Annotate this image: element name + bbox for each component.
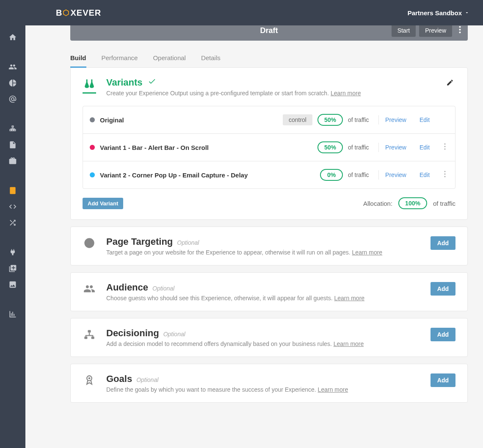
traffic-percent[interactable]: 50%: [317, 141, 343, 153]
tab-build[interactable]: Build: [70, 51, 86, 68]
add-button[interactable]: Add: [431, 282, 455, 296]
tablet-icon[interactable]: [0, 183, 25, 198]
svg-point-8: [444, 171, 446, 172]
svg-point-7: [444, 149, 446, 150]
logo-text-post: XEVER: [70, 8, 101, 18]
add-variant-button[interactable]: Add Variant: [83, 198, 123, 209]
decisioning-subtitle: Add a decision model to recommend offers…: [106, 340, 420, 347]
variant-row: Originalcontrol50%of trafficPreviewEdit: [83, 106, 455, 134]
audience-title: Audience: [106, 282, 148, 293]
color-dot: [90, 145, 95, 150]
variant-row: Variant 1 - Bar - Alert Bar - On Scroll5…: [83, 134, 455, 161]
chevron-down-icon: [464, 9, 469, 17]
users-icon[interactable]: [0, 59, 25, 75]
svg-point-2: [459, 26, 461, 28]
gift-icon[interactable]: [0, 153, 25, 169]
variants-title: Variants: [106, 77, 434, 88]
status-label: Draft: [260, 26, 278, 35]
optional-label: Optional: [152, 285, 174, 292]
goals-title: Goals: [106, 373, 132, 384]
preview-link[interactable]: Preview: [384, 116, 408, 123]
add-button[interactable]: Add: [431, 236, 455, 250]
code-icon[interactable]: [0, 199, 25, 214]
variant-row: Variant 2 - Corner Pop Up - Email Captur…: [83, 161, 455, 188]
svg-point-6: [444, 146, 446, 147]
traffic-label: of traffic: [348, 116, 373, 123]
svg-rect-14: [84, 337, 87, 339]
goals-card: Goals Optional Define the goals by which…: [70, 364, 468, 403]
hexagon-icon: ⬡: [63, 8, 70, 17]
audience-icon: [83, 282, 96, 295]
goals-subtitle: Define the goals by which you want to me…: [106, 386, 420, 393]
allocation-label: Allocation:: [363, 200, 392, 207]
optional-label: Optional: [177, 239, 199, 246]
pencil-icon[interactable]: [444, 77, 455, 90]
file-code-icon[interactable]: [0, 137, 25, 152]
topbar: B ⬡ XEVER Partners Sandbox: [0, 0, 483, 25]
sitemap-icon[interactable]: [0, 121, 25, 136]
svg-point-5: [444, 144, 446, 145]
add-button[interactable]: Add: [431, 373, 455, 387]
page_targeting-card: Page Targeting Optional Target a page on…: [70, 227, 468, 265]
traffic-percent[interactable]: 50%: [317, 114, 343, 126]
edit-link[interactable]: Edit: [413, 116, 436, 123]
edit-link[interactable]: Edit: [413, 171, 436, 178]
variant-name: Original: [100, 116, 261, 124]
preview-link[interactable]: Preview: [384, 144, 408, 151]
preview-link[interactable]: Preview: [384, 171, 408, 178]
variant-name: Variant 2 - Corner Pop Up - Email Captur…: [100, 171, 315, 179]
decisioning-card: Decisioning Optional Add a decision mode…: [70, 318, 468, 357]
logo: B ⬡ XEVER: [56, 8, 101, 18]
home-icon[interactable]: [0, 30, 25, 45]
traffic-percent[interactable]: 0%: [320, 169, 343, 181]
image-icon[interactable]: [0, 277, 25, 292]
preview-button[interactable]: Preview: [419, 24, 452, 37]
tab-details[interactable]: Details: [201, 51, 221, 68]
variants-card: Variants Create your Experience Output u…: [70, 67, 468, 220]
learn-more-link[interactable]: Learn more: [318, 386, 348, 393]
learn-more-link[interactable]: Learn more: [352, 249, 383, 256]
svg-point-17: [88, 377, 91, 379]
learn-more-link[interactable]: Learn more: [334, 340, 364, 347]
shuffle-icon[interactable]: [0, 215, 25, 230]
analytics-icon[interactable]: [0, 307, 25, 322]
tenant-name: Partners Sandbox: [408, 9, 462, 17]
page_targeting-title: Page Targeting: [106, 236, 173, 247]
decisioning-title: Decisioning: [106, 328, 159, 339]
traffic-label: of traffic: [348, 144, 373, 151]
sidebar: [0, 25, 25, 430]
tabs: BuildPerformanceOperationalDetails: [70, 51, 468, 68]
check-icon: [148, 77, 156, 88]
variant-list: Originalcontrol50%of trafficPreviewEditV…: [83, 106, 455, 189]
traffic-label: of traffic: [348, 171, 373, 178]
edit-link[interactable]: Edit: [413, 144, 436, 151]
pie-chart-icon[interactable]: [0, 75, 25, 91]
svg-point-4: [459, 31, 461, 33]
audience-card: Audience Optional Choose guests who shou…: [70, 272, 468, 311]
svg-point-10: [444, 176, 446, 177]
at-icon[interactable]: [0, 91, 25, 107]
more-menu-icon[interactable]: [455, 24, 464, 37]
add-button[interactable]: Add: [431, 328, 455, 341]
tab-performance[interactable]: Performance: [102, 51, 138, 68]
svg-rect-13: [88, 330, 91, 333]
color-dot: [90, 117, 95, 122]
tab-operational[interactable]: Operational: [153, 51, 186, 68]
row-more-icon[interactable]: [442, 143, 448, 152]
start-button[interactable]: Start: [392, 24, 416, 37]
svg-point-3: [459, 29, 461, 30]
svg-point-12: [88, 242, 91, 245]
page_targeting-icon: [83, 236, 96, 249]
learn-more-link[interactable]: Learn more: [334, 295, 365, 301]
tenant-selector[interactable]: Partners Sandbox: [408, 9, 469, 17]
library-icon[interactable]: [0, 261, 25, 276]
optional-label: Optional: [136, 376, 158, 383]
page_targeting-subtitle: Target a page on your website for the Ex…: [106, 249, 420, 256]
row-more-icon[interactable]: [442, 171, 448, 179]
allocation-suffix: of traffic: [433, 200, 455, 207]
variant-name: Variant 1 - Bar - Alert Bar - On Scroll: [100, 144, 312, 151]
plug-icon[interactable]: [0, 245, 25, 260]
flask-icon: [83, 77, 96, 94]
learn-more-link[interactable]: Learn more: [331, 90, 361, 97]
logo-text-pre: B: [56, 8, 62, 18]
